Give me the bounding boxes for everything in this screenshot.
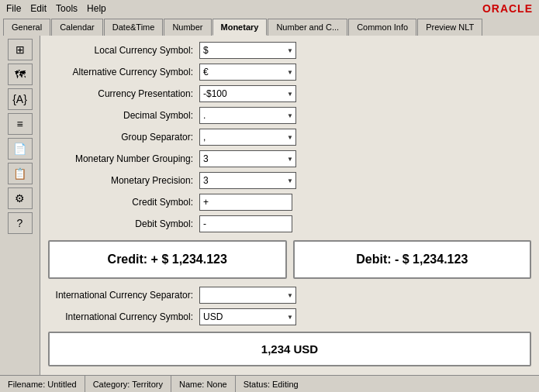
debit-symbol-row: Debit Symbol: <box>48 215 531 232</box>
menu-file[interactable]: File <box>6 3 21 14</box>
intl-separator-row: International Currency Separator: <box>48 287 531 304</box>
local-currency-select-wrapper: $ <box>199 42 296 59</box>
sidebar-icon-4[interactable]: ≡ <box>8 113 33 135</box>
sidebar-icon-3[interactable]: {A} <box>8 88 33 110</box>
intl-symbol-label: International Currency Symbol: <box>48 311 199 322</box>
sidebar-icon-1[interactable]: ⊞ <box>8 39 33 60</box>
sidebar-icon-2[interactable]: 🗺 <box>8 64 33 85</box>
credit-symbol-label: Credit Symbol: <box>48 197 199 208</box>
debit-preview-box: Debit: - $ 1,234.123 <box>293 240 532 279</box>
group-separator-select[interactable]: , <box>199 129 296 146</box>
intl-separator-control <box>199 287 296 304</box>
decimal-symbol-control: . <box>199 107 296 124</box>
spreadsheet-icon: 📋 <box>13 167 26 180</box>
monetary-precision-select-wrapper: 3 <box>199 172 296 189</box>
local-currency-label: Local Currency Symbol: <box>48 45 199 56</box>
debit-symbol-control <box>199 215 292 232</box>
list-icon: ≡ <box>16 118 22 130</box>
credit-symbol-control <box>199 194 292 211</box>
variable-icon: {A} <box>12 93 27 105</box>
intl-preview-box: 1,234 USD <box>48 332 531 366</box>
debit-preview-label: Debit: <box>356 253 391 266</box>
intl-preview-value: 1,234 USD <box>261 342 318 356</box>
currency-presentation-select[interactable]: -$100 <box>199 85 296 102</box>
alt-currency-label: Alternative Currency Symbol: <box>48 67 199 77</box>
intl-symbol-row: International Currency Symbol: USD <box>48 308 531 325</box>
credit-symbol-input[interactable] <box>199 194 292 211</box>
sidebar-icon-8[interactable]: ? <box>8 212 33 234</box>
currency-presentation-select-wrapper: -$100 <box>199 85 296 102</box>
monetary-precision-label: Monetary Precision: <box>48 175 199 186</box>
debit-preview-amount: - $ 1,234.123 <box>395 253 468 266</box>
group-separator-label: Group Separator: <box>48 132 199 143</box>
monetary-grouping-select[interactable]: 3 <box>199 150 296 167</box>
menubar-items: File Edit Tools Help <box>6 3 106 14</box>
oracle-logo: ORACLE <box>482 2 533 15</box>
statusbar-category: Category: Territory <box>85 376 171 392</box>
credit-symbol-row: Credit Symbol: <box>48 194 531 211</box>
tab-number[interactable]: Number <box>164 19 211 36</box>
statusbar-name: Name: None <box>171 376 236 392</box>
decimal-symbol-row: Decimal Symbol: . <box>48 107 531 124</box>
monetary-grouping-select-wrapper: 3 <box>199 150 296 167</box>
statusbar: Filename: Untitled Category: Territory N… <box>0 375 539 392</box>
alt-currency-select[interactable]: € <box>199 64 296 81</box>
local-currency-control: $ <box>199 42 296 59</box>
monetary-grouping-control: 3 <box>199 150 296 167</box>
tab-datetime[interactable]: Date&Time <box>104 19 164 36</box>
tab-monetary[interactable]: Monetary <box>212 19 268 36</box>
alt-currency-select-wrapper: € <box>199 64 296 81</box>
monetary-precision-select[interactable]: 3 <box>199 172 296 189</box>
preview-section: Credit: + $ 1,234.123 Debit: - $ 1,234.1… <box>48 240 531 279</box>
currency-presentation-row: Currency Presentation: -$100 <box>48 85 531 102</box>
decimal-symbol-label: Decimal Symbol: <box>48 110 199 121</box>
sidebar-icon-6[interactable]: 📋 <box>8 163 33 184</box>
alt-currency-control: € <box>199 64 296 81</box>
decimal-symbol-select[interactable]: . <box>199 107 296 124</box>
content-area: ⊞ 🗺 {A} ≡ 📄 📋 ⚙ ? <box>0 36 539 375</box>
menu-tools[interactable]: Tools <box>56 3 78 14</box>
tabbar: General Calendar Date&Time Number Moneta… <box>0 17 539 36</box>
group-separator-row: Group Separator: , <box>48 129 531 146</box>
intl-separator-label: International Currency Separator: <box>48 290 199 301</box>
sidebar-icon-7[interactable]: ⚙ <box>8 187 33 209</box>
alt-currency-row: Alternative Currency Symbol: € <box>48 64 531 81</box>
settings-icon: ⚙ <box>15 192 25 205</box>
monetary-tab-content: Local Currency Symbol: $ Alternative Cur… <box>40 36 539 375</box>
currency-presentation-control: -$100 <box>199 85 296 102</box>
monetary-grouping-row: Monetary Number Grouping: 3 <box>48 150 531 167</box>
sidebar-icon-5[interactable]: 📄 <box>8 138 33 160</box>
menu-edit[interactable]: Edit <box>30 3 47 14</box>
tab-number-and-c[interactable]: Number and C... <box>268 19 347 36</box>
menu-help[interactable]: Help <box>87 3 106 14</box>
decimal-symbol-select-wrapper: . <box>199 107 296 124</box>
sidebar: ⊞ 🗺 {A} ≡ 📄 📋 ⚙ ? <box>0 36 40 375</box>
local-currency-select[interactable]: $ <box>199 42 296 59</box>
group-separator-control: , <box>199 129 296 146</box>
tab-general[interactable]: General <box>3 19 50 36</box>
help-icon: ? <box>17 217 23 229</box>
monetary-precision-row: Monetary Precision: 3 <box>48 172 531 189</box>
intl-symbol-select-wrapper: USD <box>199 308 296 325</box>
statusbar-status: Status: Editing <box>236 376 539 392</box>
monetary-precision-control: 3 <box>199 172 296 189</box>
local-currency-row: Local Currency Symbol: $ <box>48 42 531 59</box>
intl-symbol-select[interactable]: USD <box>199 308 296 325</box>
tab-calendar[interactable]: Calendar <box>51 19 103 36</box>
intl-symbol-control: USD <box>199 308 296 325</box>
tab-common-info[interactable]: Common Info <box>348 19 416 36</box>
intl-separator-select[interactable] <box>199 287 296 304</box>
map-icon: 🗺 <box>15 68 26 81</box>
debit-symbol-label: Debit Symbol: <box>48 218 199 229</box>
statusbar-filename: Filename: Untitled <box>0 376 85 392</box>
tab-preview-nlt[interactable]: Preview NLT <box>417 19 482 36</box>
grid-icon: ⊞ <box>16 43 25 56</box>
debit-symbol-input[interactable] <box>199 215 292 232</box>
monetary-grouping-label: Monetary Number Grouping: <box>48 153 199 164</box>
intl-separator-select-wrapper <box>199 287 296 304</box>
credit-preview-amount: + $ 1,234.123 <box>151 253 227 266</box>
credit-preview-box: Credit: + $ 1,234.123 <box>48 240 287 279</box>
group-separator-select-wrapper: , <box>199 129 296 146</box>
menubar: File Edit Tools Help ORACLE <box>0 0 539 17</box>
main-window: File Edit Tools Help ORACLE General Cale… <box>0 0 539 392</box>
